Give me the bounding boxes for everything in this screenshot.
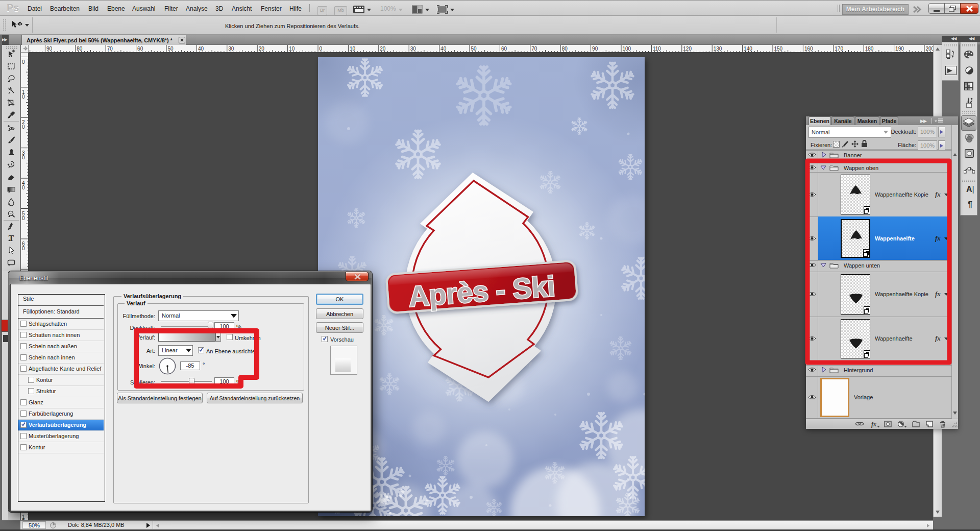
svg-text:80: 80 — [562, 46, 568, 52]
svg-text:110: 110 — [653, 46, 661, 52]
svg-text:0: 0 — [22, 124, 25, 130]
svg-text:150: 150 — [774, 46, 783, 52]
svg-text:70: 70 — [107, 46, 113, 52]
svg-text:0: 0 — [22, 59, 25, 65]
svg-text:0: 0 — [22, 185, 25, 190]
svg-text:40: 40 — [198, 46, 204, 52]
svg-text:0: 0 — [22, 215, 25, 221]
svg-text:0: 0 — [320, 46, 323, 52]
svg-text:5: 5 — [22, 519, 25, 521]
svg-text:200: 200 — [926, 46, 934, 52]
svg-text:20: 20 — [380, 46, 386, 52]
svg-text:60: 60 — [137, 46, 143, 52]
svg-text:10: 10 — [289, 46, 295, 52]
svg-text:0: 0 — [22, 155, 25, 160]
svg-text:90: 90 — [592, 46, 598, 52]
svg-text:50: 50 — [168, 46, 174, 52]
svg-text:20: 20 — [259, 46, 265, 52]
svg-text:60: 60 — [501, 46, 507, 52]
svg-text:140: 140 — [744, 46, 752, 52]
svg-text:100: 100 — [623, 46, 631, 52]
svg-text:90: 90 — [46, 46, 53, 52]
svg-text:30: 30 — [228, 46, 234, 52]
svg-text:10: 10 — [350, 46, 356, 52]
svg-text:120: 120 — [683, 46, 692, 52]
svg-text:70: 70 — [531, 46, 537, 52]
svg-text:80: 80 — [77, 46, 83, 52]
svg-text:180: 180 — [865, 46, 874, 52]
svg-text:0: 0 — [22, 246, 25, 251]
svg-text:40: 40 — [440, 46, 447, 52]
svg-text:30: 30 — [410, 46, 416, 52]
svg-text:170: 170 — [835, 46, 843, 52]
svg-text:50: 50 — [471, 46, 477, 52]
svg-text:T: T — [9, 234, 14, 243]
svg-text:130: 130 — [714, 46, 722, 52]
svg-text:0: 0 — [22, 94, 25, 100]
svg-text:fx: fx — [871, 421, 876, 428]
svg-text:160: 160 — [804, 46, 813, 52]
svg-text:190: 190 — [895, 46, 904, 52]
